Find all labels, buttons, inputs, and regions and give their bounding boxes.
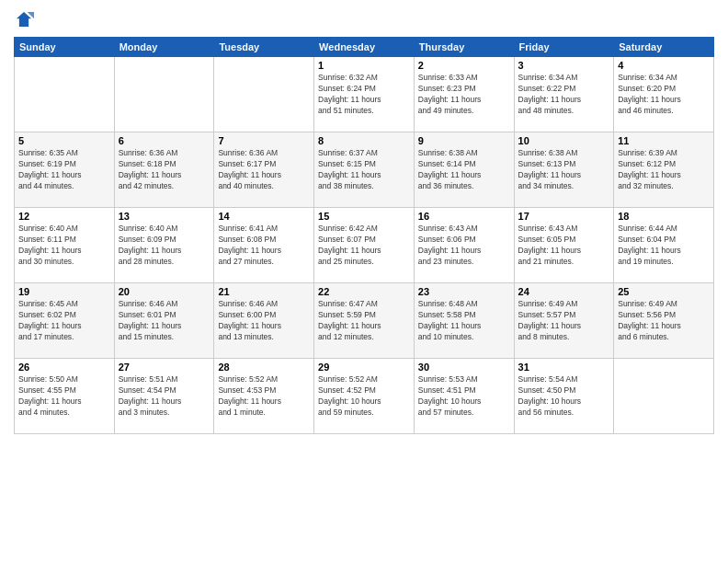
day-info: Sunrise: 6:44 AM Sunset: 6:04 PM Dayligh… <box>618 224 710 268</box>
day-number: 1 <box>318 60 410 71</box>
day-number: 22 <box>318 286 410 297</box>
calendar-cell: 24Sunrise: 6:49 AM Sunset: 5:57 PM Dayli… <box>514 283 614 359</box>
calendar-cell: 9Sunrise: 6:38 AM Sunset: 6:14 PM Daylig… <box>414 132 514 208</box>
day-info: Sunrise: 6:33 AM Sunset: 6:23 PM Dayligh… <box>418 73 510 117</box>
calendar-week-row: 5Sunrise: 6:35 AM Sunset: 6:19 PM Daylig… <box>15 132 714 208</box>
calendar-cell <box>114 57 214 132</box>
day-info: Sunrise: 6:40 AM Sunset: 6:09 PM Dayligh… <box>119 224 210 268</box>
calendar-cell: 13Sunrise: 6:40 AM Sunset: 6:09 PM Dayli… <box>114 208 214 283</box>
calendar-cell: 17Sunrise: 6:43 AM Sunset: 6:05 PM Dayli… <box>514 208 614 283</box>
calendar-cell: 10Sunrise: 6:38 AM Sunset: 6:13 PM Dayli… <box>514 132 614 208</box>
day-number: 21 <box>218 286 310 297</box>
calendar-cell <box>15 57 115 132</box>
day-number: 10 <box>518 135 610 146</box>
day-number: 16 <box>418 211 510 222</box>
day-info: Sunrise: 6:46 AM Sunset: 6:00 PM Dayligh… <box>218 299 310 343</box>
day-header-wednesday: Wednesday <box>314 38 415 57</box>
day-number: 29 <box>318 362 410 373</box>
day-number: 12 <box>18 211 110 222</box>
day-info: Sunrise: 6:43 AM Sunset: 6:06 PM Dayligh… <box>418 224 510 268</box>
day-number: 15 <box>318 211 410 222</box>
calendar-cell: 29Sunrise: 5:52 AM Sunset: 4:52 PM Dayli… <box>314 359 415 434</box>
day-number: 11 <box>618 135 710 146</box>
calendar-week-row: 19Sunrise: 6:45 AM Sunset: 6:02 PM Dayli… <box>15 283 714 359</box>
calendar-cell: 27Sunrise: 5:51 AM Sunset: 4:54 PM Dayli… <box>114 359 214 434</box>
day-info: Sunrise: 6:35 AM Sunset: 6:19 PM Dayligh… <box>18 148 110 192</box>
calendar-cell: 2Sunrise: 6:33 AM Sunset: 6:23 PM Daylig… <box>414 57 514 132</box>
day-number: 8 <box>318 135 410 146</box>
day-number: 14 <box>218 211 310 222</box>
calendar-week-row: 12Sunrise: 6:40 AM Sunset: 6:11 PM Dayli… <box>15 208 714 283</box>
calendar-cell: 4Sunrise: 6:34 AM Sunset: 6:20 PM Daylig… <box>614 57 714 132</box>
day-number: 19 <box>18 286 110 297</box>
calendar-cell: 30Sunrise: 5:53 AM Sunset: 4:51 PM Dayli… <box>414 359 514 434</box>
day-number: 9 <box>418 135 510 146</box>
calendar-cell <box>614 359 714 434</box>
day-number: 17 <box>518 211 610 222</box>
day-number: 13 <box>119 211 210 222</box>
calendar-cell: 31Sunrise: 5:54 AM Sunset: 4:50 PM Dayli… <box>514 359 614 434</box>
day-info: Sunrise: 6:40 AM Sunset: 6:11 PM Dayligh… <box>18 224 110 268</box>
day-number: 20 <box>119 286 210 297</box>
day-number: 3 <box>518 60 610 71</box>
calendar-cell <box>214 57 314 132</box>
day-number: 7 <box>218 135 310 146</box>
day-number: 18 <box>618 211 710 222</box>
day-number: 4 <box>618 60 710 71</box>
day-info: Sunrise: 6:34 AM Sunset: 6:20 PM Dayligh… <box>618 73 710 117</box>
calendar-cell: 23Sunrise: 6:48 AM Sunset: 5:58 PM Dayli… <box>414 283 514 359</box>
calendar-cell: 1Sunrise: 6:32 AM Sunset: 6:24 PM Daylig… <box>314 57 415 132</box>
calendar: SundayMondayTuesdayWednesdayThursdayFrid… <box>14 37 714 434</box>
calendar-cell: 18Sunrise: 6:44 AM Sunset: 6:04 PM Dayli… <box>614 208 714 283</box>
day-info: Sunrise: 6:49 AM Sunset: 5:57 PM Dayligh… <box>518 299 610 343</box>
calendar-cell: 22Sunrise: 6:47 AM Sunset: 5:59 PM Dayli… <box>314 283 415 359</box>
day-info: Sunrise: 6:37 AM Sunset: 6:15 PM Dayligh… <box>318 148 410 192</box>
day-number: 6 <box>119 135 210 146</box>
calendar-cell: 19Sunrise: 6:45 AM Sunset: 6:02 PM Dayli… <box>15 283 115 359</box>
day-info: Sunrise: 6:47 AM Sunset: 5:59 PM Dayligh… <box>318 299 410 343</box>
calendar-cell: 5Sunrise: 6:35 AM Sunset: 6:19 PM Daylig… <box>15 132 115 208</box>
day-info: Sunrise: 6:49 AM Sunset: 5:56 PM Dayligh… <box>618 299 710 343</box>
day-header-monday: Monday <box>114 38 214 57</box>
day-info: Sunrise: 6:38 AM Sunset: 6:13 PM Dayligh… <box>518 148 610 192</box>
day-header-sunday: Sunday <box>15 38 115 57</box>
day-info: Sunrise: 5:51 AM Sunset: 4:54 PM Dayligh… <box>119 374 210 419</box>
calendar-cell: 21Sunrise: 6:46 AM Sunset: 6:00 PM Dayli… <box>214 283 314 359</box>
calendar-cell: 28Sunrise: 5:52 AM Sunset: 4:53 PM Dayli… <box>214 359 314 434</box>
day-number: 24 <box>518 286 610 297</box>
day-info: Sunrise: 6:41 AM Sunset: 6:08 PM Dayligh… <box>218 224 310 268</box>
day-header-thursday: Thursday <box>414 38 514 57</box>
calendar-cell: 25Sunrise: 6:49 AM Sunset: 5:56 PM Dayli… <box>614 283 714 359</box>
day-number: 23 <box>418 286 510 297</box>
calendar-cell: 3Sunrise: 6:34 AM Sunset: 6:22 PM Daylig… <box>514 57 614 132</box>
day-header-friday: Friday <box>514 38 614 57</box>
day-number: 30 <box>418 362 510 373</box>
day-info: Sunrise: 6:34 AM Sunset: 6:22 PM Dayligh… <box>518 73 610 117</box>
day-info: Sunrise: 6:32 AM Sunset: 6:24 PM Dayligh… <box>318 73 410 117</box>
calendar-cell: 7Sunrise: 6:36 AM Sunset: 6:17 PM Daylig… <box>214 132 314 208</box>
day-info: Sunrise: 6:36 AM Sunset: 6:17 PM Dayligh… <box>218 148 310 192</box>
day-number: 2 <box>418 60 510 71</box>
day-info: Sunrise: 6:38 AM Sunset: 6:14 PM Dayligh… <box>418 148 510 192</box>
day-number: 25 <box>618 286 710 297</box>
day-number: 31 <box>518 362 610 373</box>
day-info: Sunrise: 6:36 AM Sunset: 6:18 PM Dayligh… <box>119 148 210 192</box>
calendar-week-row: 1Sunrise: 6:32 AM Sunset: 6:24 PM Daylig… <box>15 57 714 132</box>
day-info: Sunrise: 5:54 AM Sunset: 4:50 PM Dayligh… <box>518 374 610 419</box>
day-number: 27 <box>119 362 210 373</box>
logo-icon <box>14 9 34 29</box>
day-header-tuesday: Tuesday <box>214 38 314 57</box>
day-number: 28 <box>218 362 310 373</box>
calendar-cell: 26Sunrise: 5:50 AM Sunset: 4:55 PM Dayli… <box>15 359 115 434</box>
day-header-saturday: Saturday <box>614 38 714 57</box>
day-number: 26 <box>18 362 110 373</box>
header <box>14 9 714 29</box>
day-info: Sunrise: 6:43 AM Sunset: 6:05 PM Dayligh… <box>518 224 610 268</box>
calendar-cell: 20Sunrise: 6:46 AM Sunset: 6:01 PM Dayli… <box>114 283 214 359</box>
calendar-cell: 6Sunrise: 6:36 AM Sunset: 6:18 PM Daylig… <box>114 132 214 208</box>
calendar-cell: 16Sunrise: 6:43 AM Sunset: 6:06 PM Dayli… <box>414 208 514 283</box>
day-info: Sunrise: 5:50 AM Sunset: 4:55 PM Dayligh… <box>18 374 110 419</box>
day-info: Sunrise: 5:53 AM Sunset: 4:51 PM Dayligh… <box>418 374 510 419</box>
day-number: 5 <box>18 135 110 146</box>
calendar-cell: 15Sunrise: 6:42 AM Sunset: 6:07 PM Dayli… <box>314 208 415 283</box>
